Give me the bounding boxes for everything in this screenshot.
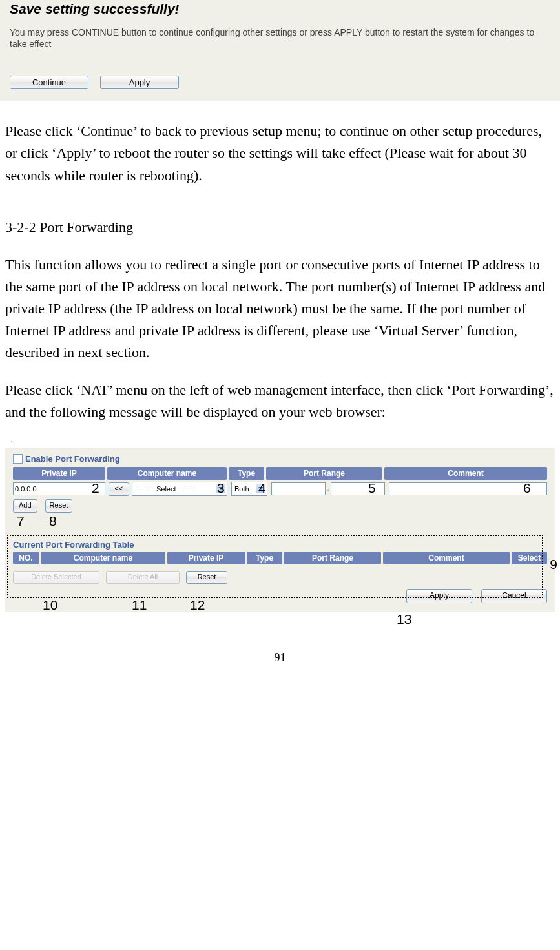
computer-name-select-value: ---------Select-------- <box>135 485 195 493</box>
section-heading-port-forwarding: 3-2-2 Port Forwarding <box>5 216 555 238</box>
type-select-value: Both <box>234 485 249 493</box>
paragraph-continue-apply: Please click ‘Continue’ to back to previ… <box>5 120 555 186</box>
header-comment: Comment <box>384 467 547 480</box>
annotation-12: 12 <box>190 597 205 613</box>
port-range-dash: - <box>327 485 329 493</box>
enable-port-forwarding-row: Enable Port Forwarding <box>13 454 547 464</box>
annotation-5: 5 <box>368 480 376 496</box>
annotation-6: 6 <box>523 480 531 496</box>
annotation-4: 4 <box>258 480 266 496</box>
dotted-highlight-box <box>7 535 543 598</box>
pf-header-row: Private IP Computer name Type Port Range… <box>13 467 547 480</box>
pf-input-row: << ---------Select-------- Both - 2 3 4 … <box>13 482 547 496</box>
add-reset-row: Add Reset 7 8 <box>13 499 547 513</box>
annotation-8: 8 <box>49 513 57 529</box>
paragraph-pf-desc: This function allows you to redirect a s… <box>5 254 555 364</box>
copy-name-button[interactable]: << <box>109 482 129 496</box>
annotation-9: 9 <box>550 557 557 572</box>
page-number: 91 <box>0 651 560 677</box>
save-panel: Save setting successfully! You may press… <box>0 0 560 101</box>
annotation-7: 7 <box>17 513 25 529</box>
enable-label: Enable Port Forwarding <box>25 454 120 464</box>
annotation-10: 10 <box>43 597 57 613</box>
add-button[interactable]: Add <box>13 499 37 513</box>
save-description: You may press CONTINUE button to continu… <box>10 26 550 50</box>
port-end-input[interactable] <box>331 482 385 495</box>
save-heading: Save setting successfully! <box>10 0 550 17</box>
paragraph-pf-nav: Please click ‘NAT’ menu on the left of w… <box>5 379 555 423</box>
header-private-ip: Private IP <box>13 467 105 480</box>
reset-button[interactable]: Reset <box>45 499 73 513</box>
port-forwarding-figure: . Enable Port Forwarding Private IP Comp… <box>5 436 555 612</box>
port-start-input[interactable] <box>271 482 326 495</box>
header-computer-name: Computer name <box>107 467 227 480</box>
header-type: Type <box>229 467 264 480</box>
annotation-2: 2 <box>92 480 99 496</box>
save-buttons-row: Continue Apply <box>10 76 550 89</box>
annotation-3: 3 <box>217 480 225 496</box>
body-content: Please click ‘Continue’ to back to previ… <box>0 101 560 423</box>
annotation-11: 11 <box>132 597 147 613</box>
annotation-13: 13 <box>397 612 411 627</box>
enable-checkbox[interactable] <box>13 454 23 464</box>
continue-button[interactable]: Continue <box>10 76 88 89</box>
apply-button[interactable]: Apply <box>100 76 179 89</box>
figure-dot: . <box>10 436 555 444</box>
header-port-range: Port Range <box>266 467 382 480</box>
computer-name-select[interactable]: ---------Select-------- <box>132 482 227 496</box>
